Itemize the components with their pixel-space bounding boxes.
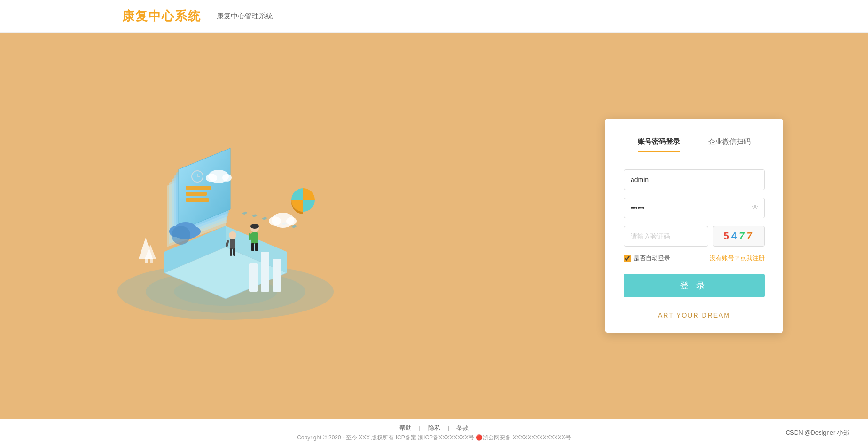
- svg-rect-19: [186, 186, 211, 190]
- footer-copyright: Copyright © 2020 · 至今 XXX 版权所有 ICP备案 浙IC…: [297, 434, 571, 442]
- svg-rect-7: [252, 214, 258, 217]
- login-card: 账号密码登录 企业微信扫码 👁 5 4 7 7 是否自动登录: [605, 119, 783, 333]
- svg-rect-20: [186, 192, 207, 196]
- options-row: 是否自动登录 没有账号？点我注册: [624, 254, 765, 263]
- svg-rect-45: [230, 248, 232, 256]
- svg-point-35: [222, 174, 232, 182]
- header: 康复中心系统 康复中心管理系统: [0, 0, 868, 33]
- footer-help[interactable]: 帮助: [399, 424, 412, 431]
- svg-rect-27: [273, 259, 281, 292]
- username-group: [624, 169, 765, 190]
- footer-links: 帮助 | 隐私 | 条款: [397, 424, 471, 432]
- captcha-char-4: 7: [746, 230, 754, 242]
- svg-point-43: [229, 231, 236, 239]
- login-button[interactable]: 登 录: [624, 274, 765, 297]
- captcha-image[interactable]: 5 4 7 7: [713, 226, 765, 247]
- svg-rect-50: [251, 232, 258, 244]
- illustration-area: [85, 108, 367, 343]
- footer-sep2: |: [447, 424, 449, 431]
- captcha-char-1: 5: [724, 230, 731, 242]
- captcha-row: 5 4 7 7: [624, 226, 765, 247]
- svg-point-34: [206, 174, 217, 182]
- tab-wechat[interactable]: 企业微信扫码: [694, 137, 765, 152]
- header-subtitle: 康复中心管理系统: [217, 12, 273, 21]
- eye-icon[interactable]: 👁: [751, 204, 759, 212]
- username-input[interactable]: [624, 169, 765, 190]
- illustration-svg: [89, 113, 362, 339]
- dream-text: ART YOUR DREAM: [624, 311, 765, 319]
- svg-point-37: [269, 216, 281, 226]
- header-divider: [209, 11, 209, 22]
- main-content: 账号密码登录 企业微信扫码 👁 5 4 7 7 是否自动登录: [0, 33, 868, 419]
- svg-rect-25: [249, 263, 258, 292]
- svg-rect-6: [242, 211, 248, 215]
- svg-point-38: [286, 217, 297, 225]
- footer-privacy[interactable]: 隐私: [428, 424, 440, 431]
- svg-rect-26: [261, 252, 269, 292]
- footer-sep1: |: [419, 424, 420, 431]
- tab-account[interactable]: 账号密码登录: [624, 137, 694, 152]
- login-tabs: 账号密码登录 企业微信扫码: [624, 137, 765, 152]
- password-input[interactable]: [624, 198, 765, 218]
- svg-point-49: [250, 224, 259, 229]
- svg-rect-41: [145, 258, 148, 263]
- svg-rect-11: [291, 225, 297, 228]
- captcha-char-2: 4: [731, 230, 739, 242]
- footer: 帮助 | 隐私 | 条款 Copyright © 2020 · 至今 XXX 版…: [0, 419, 868, 446]
- svg-rect-51: [251, 243, 254, 251]
- footer-terms[interactable]: 条款: [456, 424, 469, 431]
- captcha-char-3: 7: [739, 230, 746, 242]
- footer-csdn: CSDN @Designer 小郑: [786, 429, 849, 437]
- svg-rect-8: [262, 217, 267, 220]
- captcha-input[interactable]: [624, 226, 708, 247]
- register-link[interactable]: 没有账号？点我注册: [710, 254, 765, 263]
- svg-rect-44: [230, 239, 235, 249]
- logo-text: 康复中心系统: [122, 8, 201, 24]
- auto-login-label[interactable]: 是否自动登录: [624, 254, 670, 263]
- auto-login-checkbox[interactable]: [624, 255, 631, 262]
- svg-rect-52: [255, 243, 258, 251]
- auto-login-text: 是否自动登录: [633, 254, 670, 263]
- svg-rect-46: [233, 248, 235, 256]
- password-group: 👁: [624, 198, 765, 218]
- svg-rect-42: [150, 258, 153, 263]
- svg-rect-21: [186, 198, 209, 202]
- svg-point-32: [172, 226, 190, 245]
- svg-rect-53: [249, 233, 251, 240]
